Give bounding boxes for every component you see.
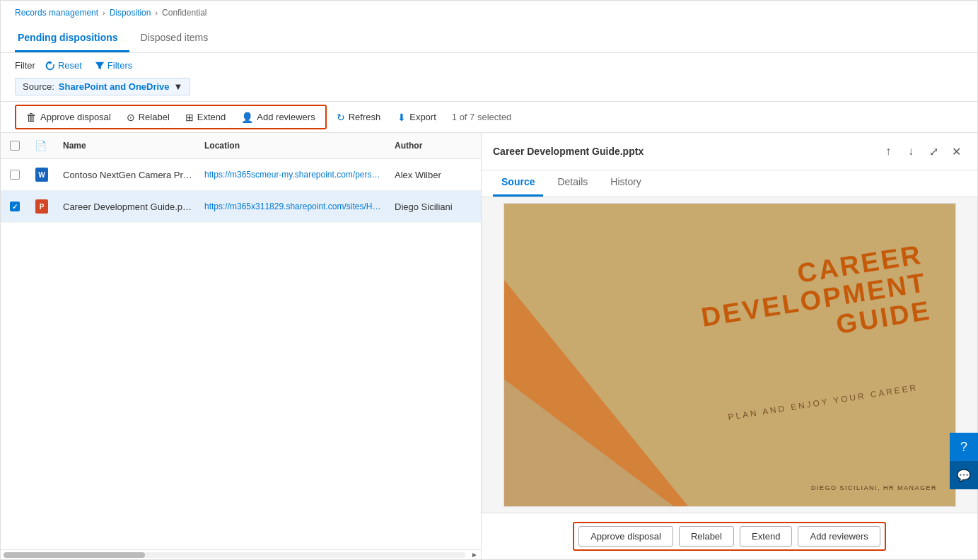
source-value: SharePoint and OneDrive: [59, 81, 170, 92]
extend-icon: ⊞: [185, 112, 194, 123]
next-item-button[interactable]: ↓: [901, 141, 921, 161]
row1-location: https://m365scmeur-my.sharepoint.com/per…: [199, 165, 389, 184]
scroll-right-arrow[interactable]: ►: [468, 551, 481, 559]
prev-item-button[interactable]: ↑: [878, 141, 898, 161]
filters-button[interactable]: Filters: [92, 59, 135, 72]
filter-label: Filter: [15, 60, 35, 71]
row2-location: https://m365x311829.sharepoint.com/sites…: [199, 197, 389, 216]
preview-tab-bar: Source Details History: [482, 170, 977, 197]
preview-tab-history[interactable]: History: [602, 170, 650, 197]
footer-relabel-button[interactable]: Relabel: [679, 526, 734, 547]
side-panel-buttons: ? 💬: [950, 433, 978, 489]
reset-icon: [45, 61, 55, 71]
preview-content-area: CAREER DEVELOPMENT GUIDE PLAN AND ENJOY …: [482, 197, 977, 513]
slide-preview: CAREER DEVELOPMENT GUIDE PLAN AND ENJOY …: [503, 203, 956, 507]
row2-checkbox[interactable]: ✓: [10, 202, 20, 211]
filter-row: Filter Reset Filters: [15, 59, 963, 72]
help-side-button[interactable]: ?: [950, 433, 978, 461]
footer-action-group: Approve disposal Relabel Extend Add revi…: [573, 522, 886, 551]
filter-icon: [95, 61, 105, 71]
table-row[interactable]: W Contoso NextGen Camera Product Pla... …: [1, 159, 481, 191]
source-filter-dropdown[interactable]: Source: SharePoint and OneDrive ▼: [15, 78, 190, 95]
refresh-icon: ↻: [337, 112, 345, 123]
refresh-button[interactable]: ↻ Refresh: [330, 108, 388, 127]
table-header: 📄 Name Location Author: [1, 133, 481, 159]
row2-name: Career Development Guide.pptx: [57, 197, 199, 216]
dropdown-chevron-icon: ▼: [174, 81, 183, 92]
approve-disposal-button[interactable]: 🗑 Approve disposal: [19, 107, 118, 127]
header-icon-cell: 📄: [29, 137, 57, 154]
add-reviewers-button[interactable]: 👤 Add reviewers: [234, 108, 322, 127]
table-body: W Contoso NextGen Camera Product Pla... …: [1, 159, 481, 549]
word-file-icon: W: [35, 166, 49, 183]
row1-name: Contoso NextGen Camera Product Pla...: [57, 165, 199, 185]
top-bar: Records management › Disposition › Confi…: [1, 1, 977, 53]
chat-side-button[interactable]: 💬: [950, 461, 978, 489]
breadcrumb-sep-1: ›: [103, 8, 105, 17]
relabel-button[interactable]: ⊙ Relabel: [120, 108, 177, 127]
select-all-checkbox[interactable]: [10, 141, 20, 151]
row2-checkbox-cell: ✓: [1, 197, 29, 216]
preview-tab-source[interactable]: Source: [493, 170, 543, 197]
close-panel-button[interactable]: ✕: [946, 141, 966, 161]
export-icon: ⬇: [397, 112, 406, 123]
slide-inner: CAREER DEVELOPMENT GUIDE PLAN AND ENJOY …: [504, 204, 955, 506]
scrollbar-track: [4, 552, 465, 558]
tab-disposed-items[interactable]: Disposed items: [138, 26, 220, 52]
header-author[interactable]: Author: [389, 138, 481, 153]
preview-navigation: ↑ ↓ ⤢ ✕: [878, 141, 966, 161]
page-wrapper: Records management › Disposition › Confi…: [0, 0, 978, 560]
checkmark-icon: ✓: [12, 203, 18, 211]
row2-file-icon-cell: P: [29, 194, 57, 219]
primary-action-group: 🗑 Approve disposal ⊙ Relabel ⊞ Extend 👤 …: [15, 105, 327, 129]
breadcrumb: Records management › Disposition › Confi…: [15, 8, 963, 18]
footer-add-reviewers-button[interactable]: Add reviewers: [798, 526, 880, 547]
footer-approve-button[interactable]: Approve disposal: [578, 526, 673, 547]
row1-file-icon-cell: W: [29, 162, 57, 187]
row1-author: Alex Wilber: [389, 165, 481, 185]
right-panel: Career Development Guide.pptx ↑ ↓ ⤢ ✕ So…: [482, 133, 977, 559]
svg-marker-0: [50, 61, 52, 64]
tab-pending-dispositions[interactable]: Pending dispositions: [15, 26, 129, 52]
breadcrumb-sep-2: ›: [155, 8, 158, 17]
toolbar-area: Filter Reset Filters Source: SharePoint …: [1, 53, 977, 102]
footer-extend-button[interactable]: Extend: [740, 526, 792, 547]
breadcrumb-disposition[interactable]: Disposition: [110, 8, 151, 18]
preview-title: Career Development Guide.pptx: [493, 146, 644, 157]
file-header-icon: 📄: [35, 140, 47, 151]
row1-checkbox-cell: [1, 165, 29, 184]
source-label: Source:: [23, 81, 54, 92]
trash-icon: 🗑: [26, 111, 37, 123]
ppt-file-icon: P: [35, 198, 49, 215]
slide-footer-text: DIEGO SICILIANI, HR MANAGER: [811, 484, 937, 491]
preview-header: Career Development Guide.pptx ↑ ↓ ⤢ ✕: [482, 133, 977, 170]
breadcrumb-records-management[interactable]: Records management: [15, 8, 98, 18]
main-content: 📄 Name Location Author W C: [1, 133, 977, 559]
horizontal-scrollbar[interactable]: ►: [1, 549, 481, 559]
header-name[interactable]: Name: [57, 138, 199, 153]
export-button[interactable]: ⬇ Export: [390, 108, 443, 127]
action-row: 🗑 Approve disposal ⊙ Relabel ⊞ Extend 👤 …: [1, 102, 977, 133]
person-icon: 👤: [241, 112, 253, 123]
scrollbar-thumb[interactable]: [4, 552, 145, 558]
tab-bar: Pending dispositions Disposed items: [15, 26, 963, 52]
breadcrumb-confidential: Confidential: [162, 8, 206, 18]
expand-button[interactable]: ⤢: [924, 141, 943, 161]
row1-checkbox[interactable]: [10, 170, 20, 180]
preview-footer: Approve disposal Relabel Extend Add revi…: [482, 513, 977, 559]
header-checkbox-cell: [1, 138, 29, 153]
preview-tab-details[interactable]: Details: [549, 170, 596, 197]
extend-button[interactable]: ⊞ Extend: [178, 108, 233, 127]
selection-info: 1 of 7 selected: [452, 112, 512, 122]
table-row[interactable]: ✓ P Career Development Guide.pptx https:…: [1, 191, 481, 223]
reset-button[interactable]: Reset: [42, 59, 85, 72]
relabel-icon: ⊙: [127, 112, 135, 123]
header-location[interactable]: Location: [199, 138, 389, 153]
left-panel: 📄 Name Location Author W C: [1, 133, 482, 559]
row2-author: Diego Siciliani: [389, 197, 481, 216]
